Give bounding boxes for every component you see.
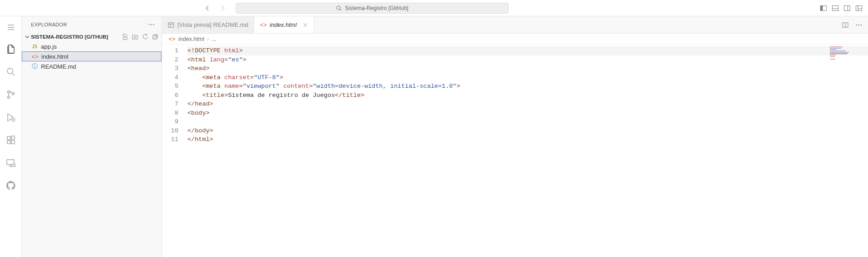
code-line-7[interactable]: </head>	[187, 100, 868, 109]
html-file-icon: <>	[31, 53, 39, 60]
search-text: Sistema-Registro [GitHub]	[345, 5, 408, 11]
svg-point-48	[856, 24, 857, 25]
activity-bar	[0, 16, 22, 257]
toggle-primary-sidebar-icon[interactable]	[820, 5, 827, 12]
svg-line-15	[12, 73, 15, 76]
toggle-panel-icon[interactable]	[832, 5, 839, 12]
remote-explorer-icon[interactable]	[5, 157, 16, 168]
tab-label: index.html	[270, 21, 297, 28]
menu-button[interactable]	[6, 23, 15, 32]
code-line-11[interactable]: </html>	[187, 135, 868, 144]
file-name: index.html	[41, 53, 68, 60]
tab-label: [Vista previa] README.md	[177, 21, 248, 28]
explorer-more-icon[interactable]	[148, 21, 155, 28]
breadcrumb-rest: ...	[212, 36, 216, 42]
code-lines[interactable]: <!DOCTYPE html><html lang="es"><head> <m…	[187, 45, 868, 257]
svg-point-14	[7, 68, 13, 74]
svg-point-34	[153, 24, 154, 25]
svg-point-33	[151, 24, 152, 25]
run-debug-icon[interactable]	[5, 112, 16, 123]
folder-header[interactable]: SISTEMA-REGISTRO [GITHUB]	[22, 32, 161, 41]
preview-icon	[167, 21, 175, 29]
toggle-secondary-sidebar-icon[interactable]	[843, 5, 851, 12]
github-icon[interactable]	[5, 180, 16, 191]
tab-more-icon[interactable]	[855, 21, 863, 29]
code-line-8[interactable]: <body>	[187, 109, 868, 118]
svg-rect-8	[856, 5, 862, 10]
code-line-2[interactable]: <html lang="es">	[187, 55, 868, 65]
code-line-10[interactable]: </body>	[187, 126, 868, 136]
refresh-icon[interactable]	[141, 33, 149, 40]
file-item-README-md[interactable]: ⓘREADME.md	[22, 61, 161, 71]
code-line-5[interactable]: <meta name="viewport" content="width=dev…	[187, 82, 868, 91]
svg-rect-6	[844, 5, 850, 10]
code-editor[interactable]: 1234567891011 <!DOCTYPE html><html lang=…	[162, 45, 868, 257]
tabs-bar: [Vista previa] README.md<>index.html	[162, 16, 868, 34]
svg-point-16	[7, 91, 10, 93]
new-folder-icon[interactable]	[131, 33, 139, 40]
file-list: JSapp.js<>index.htmlⓘREADME.md	[22, 41, 161, 71]
close-tab-icon[interactable]	[302, 22, 308, 28]
svg-rect-25	[11, 136, 15, 139]
svg-point-50	[861, 24, 862, 25]
html-file-icon: <>	[168, 35, 176, 42]
code-line-3[interactable]: <head>	[187, 64, 868, 73]
tab-index-html[interactable]: <>index.html	[254, 16, 314, 33]
source-control-icon[interactable]	[5, 89, 16, 100]
customize-layout-icon[interactable]	[855, 5, 863, 12]
nav-back-button[interactable]	[204, 5, 211, 12]
svg-line-1	[340, 9, 341, 10]
svg-rect-23	[7, 141, 10, 144]
nav-forward-button[interactable]	[219, 5, 227, 12]
explorer-title: EXPLORADOR	[31, 22, 67, 27]
folder-name: SISTEMA-REGISTRO [GITHUB]	[31, 34, 108, 40]
editor-group: [Vista previa] README.md<>index.html <> …	[162, 16, 868, 257]
new-file-icon[interactable]	[121, 33, 129, 40]
extensions-icon[interactable]	[5, 135, 16, 146]
svg-point-0	[337, 6, 340, 10]
split-editor-icon[interactable]	[842, 21, 849, 29]
file-name: README.md	[41, 63, 76, 70]
svg-point-32	[149, 24, 150, 25]
file-item-app-js[interactable]: JSapp.js	[22, 41, 161, 51]
minimap[interactable]	[830, 46, 862, 60]
svg-point-49	[858, 24, 859, 25]
command-center-search[interactable]: Sistema-Registro [GitHub]	[236, 3, 509, 14]
svg-rect-3	[821, 5, 823, 10]
code-line-9[interactable]	[187, 117, 868, 126]
html-file-icon: <>	[260, 21, 267, 28]
breadcrumb[interactable]: <> index.html › ...	[162, 34, 868, 45]
search-icon[interactable]	[5, 66, 16, 77]
explorer-sidebar: EXPLORADOR SISTEMA-REGISTRO [GITHUB] JSa…	[22, 16, 162, 257]
js-file-icon: JS	[31, 44, 38, 49]
explorer-icon[interactable]	[5, 44, 16, 55]
file-name: app.js	[41, 43, 57, 50]
breadcrumb-file: index.html	[178, 36, 204, 42]
info-file-icon: ⓘ	[31, 62, 38, 71]
code-line-1[interactable]: <!DOCTYPE html>	[187, 46, 868, 55]
svg-rect-41	[168, 23, 174, 27]
svg-rect-22	[7, 136, 10, 140]
svg-point-17	[7, 96, 10, 99]
title-bar: Sistema-Registro [GitHub]	[0, 0, 868, 16]
file-item-index-html[interactable]: <>index.html	[22, 51, 161, 61]
code-line-4[interactable]: <meta charset="UTF-8">	[187, 73, 868, 82]
tab--vista-previa-readme-md[interactable]: [Vista previa] README.md	[162, 16, 254, 33]
code-line-6[interactable]: <title>Sistema de registro de Juegos</ti…	[187, 91, 868, 100]
svg-rect-4	[833, 5, 838, 10]
collapse-all-icon[interactable]	[151, 33, 159, 40]
svg-rect-24	[11, 141, 15, 144]
line-gutter: 1234567891011	[162, 45, 187, 257]
